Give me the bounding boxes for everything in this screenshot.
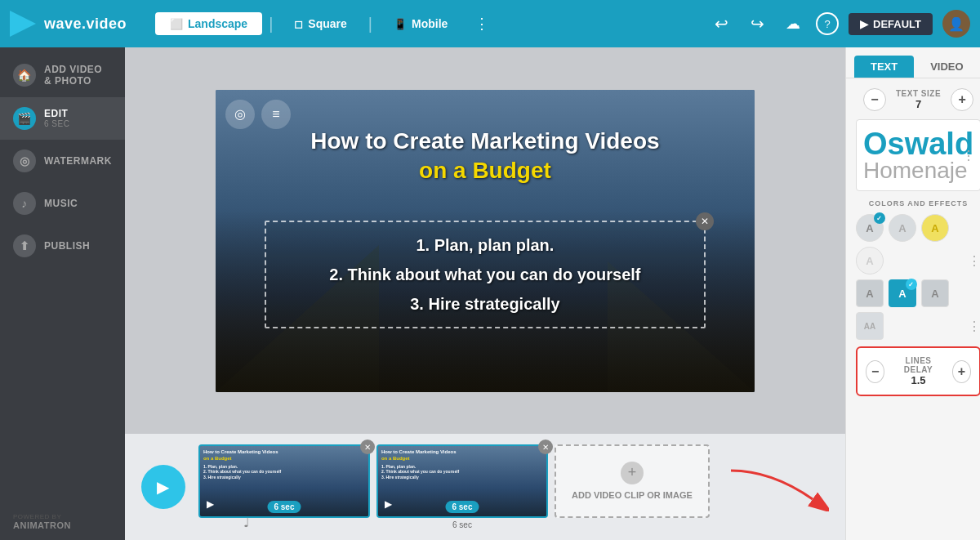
sidebar-item-publish[interactable]: ⬆ PUBLISH — [0, 225, 125, 267]
tab-separator: | — [269, 15, 273, 33]
sidebar-edit-label: EDIT 6 sec — [44, 108, 69, 129]
logo-area: wave.video — [10, 11, 149, 37]
lines-delay-minus[interactable]: − — [866, 360, 884, 383]
canvas-container: ◎ ≡ How to Create Marketing Videos on a … — [125, 47, 845, 434]
default-button[interactable]: ▶ DEFAULT — [849, 13, 933, 35]
clip-item-2[interactable]: How to Create Marketing Videos on a Budg… — [376, 444, 548, 529]
powered-by-text: POWERED BY — [13, 513, 112, 520]
sidebar-item-watermark[interactable]: ◎ WATERMARK — [0, 140, 125, 182]
font-oswald: Oswald — [863, 128, 973, 159]
undo-button[interactable]: ↩ — [708, 11, 734, 37]
canvas-layers-button[interactable]: ≡ — [261, 100, 291, 129]
swatch-check-1: ✓ — [874, 212, 885, 224]
font-names: Oswald Homenaje — [863, 128, 973, 182]
color-swatch-1[interactable]: A ✓ — [856, 214, 884, 242]
canvas-list-item1: 1. Plan, plan plan. — [274, 230, 696, 260]
font-more-button[interactable]: ⋮ — [962, 148, 975, 163]
tab-landscape[interactable]: ⬜ Landscape — [155, 12, 262, 35]
mobile-icon: 📱 — [394, 18, 407, 30]
tab-landscape-label: Landscape — [188, 17, 247, 30]
redo-button[interactable]: ↪ — [744, 11, 770, 37]
text-size-minus[interactable]: − — [863, 88, 886, 111]
text-size-value: 7 — [896, 98, 941, 110]
video-canvas[interactable]: ◎ ≡ How to Create Marketing Videos on a … — [216, 90, 755, 392]
play-button[interactable]: ▶ — [141, 465, 185, 509]
play-default-icon: ▶ — [860, 18, 868, 30]
sidebar-footer: POWERED BY ANIMATRON — [0, 503, 125, 540]
sidebar: 🏠 ADD VIDEO & PHOTO 🎬 EDIT 6 sec ◎ WATER… — [0, 47, 125, 540]
text-box-close[interactable]: ✕ — [696, 212, 714, 230]
add-icon: + — [621, 462, 644, 484]
canvas-list: 1. Plan, plan plan. 2. Think about what … — [274, 230, 696, 319]
color-swatch-8[interactable]: AA — [856, 312, 884, 340]
clip-remove-btn-2[interactable]: ✕ — [538, 440, 553, 454]
text-size-control: − TEXT SIZE 7 + — [856, 88, 980, 111]
color-swatch-7[interactable]: A — [921, 279, 949, 307]
landscape-icon: ⬜ — [170, 18, 183, 30]
clip-thumbnail-2: How to Create Marketing Videos on a Budg… — [376, 444, 548, 518]
sidebar-item-add-video[interactable]: 🏠 ADD VIDEO & PHOTO — [0, 54, 125, 97]
tab-video[interactable]: VIDEO — [914, 56, 979, 78]
square-icon: ◻ — [294, 18, 303, 30]
tab-mobile[interactable]: 📱 Mobile — [379, 12, 462, 35]
sidebar-item-music[interactable]: ♪ MUSIC — [0, 182, 125, 225]
canvas-list-item3: 3. Hire strategically — [274, 289, 696, 319]
music-note-icon: ♩ — [243, 515, 250, 530]
color-swatch-3[interactable]: A — [921, 214, 949, 242]
tab-square-label: Square — [308, 17, 346, 30]
red-arrow — [723, 462, 829, 511]
color-swatch-6[interactable]: A ✓ — [889, 279, 916, 307]
panel-tabs: TEXT VIDEO — [846, 47, 980, 78]
colors-effects-label: COLORS AND EFFECTS — [856, 199, 980, 208]
panel-body: − TEXT SIZE 7 + Oswald Homenaje ⋮ COLORS… — [846, 78, 980, 540]
swatch-row1-more[interactable]: ⋮ — [968, 253, 980, 269]
text-size-label-group: TEXT SIZE 7 — [896, 89, 941, 110]
timeline: ▶ How to Create Marketing Videos on a Bu… — [125, 434, 845, 540]
color-swatch-4[interactable]: A — [856, 247, 884, 274]
sidebar-add-video-label: ADD VIDEO & PHOTO — [44, 64, 102, 87]
arrow-container — [723, 462, 829, 511]
more-options-btn[interactable]: ⋮ — [469, 11, 495, 37]
music-icon: ♪ — [13, 192, 36, 215]
clip-remove-btn-1[interactable]: ✕ — [360, 440, 375, 454]
animatron-logo: ANIMATRON — [13, 520, 112, 530]
lines-delay-label-group: LINES DELAY 1.5 — [894, 356, 942, 386]
font-homenaje: Homenaje — [863, 159, 973, 182]
color-row-2: A A ✓ A AA ⋮ — [856, 279, 980, 340]
color-swatch-5[interactable]: A — [856, 279, 884, 307]
tab-text[interactable]: TEXT — [854, 56, 914, 78]
clip-play-icon: ▶ — [207, 498, 214, 510]
color-swatch-2[interactable]: A — [889, 214, 916, 242]
sidebar-item-edit[interactable]: 🎬 EDIT 6 sec — [0, 97, 125, 140]
clip-container: How to Create Marketing Videos on a Budg… — [198, 444, 710, 529]
tab-square[interactable]: ◻ Square — [279, 12, 361, 35]
clip-thumbnail-1: How to Create Marketing Videos on a Budg… — [198, 444, 370, 518]
add-clip-label: ADD VIDEO CLIP OR IMAGE — [572, 489, 693, 501]
logo-text: wave.video — [44, 16, 127, 33]
main-layout: 🏠 ADD VIDEO & PHOTO 🎬 EDIT 6 sec ◎ WATER… — [0, 47, 980, 540]
sidebar-music-label: MUSIC — [44, 198, 78, 209]
canvas-title: How to Create Marketing Videos on a Budg… — [216, 127, 755, 186]
watermark-icon: ◎ — [13, 150, 36, 172]
lines-delay-value: 1.5 — [894, 374, 942, 386]
font-preview[interactable]: Oswald Homenaje ⋮ — [856, 119, 980, 191]
canvas-media-button[interactable]: ◎ — [225, 100, 255, 129]
add-clip-button[interactable]: + ADD VIDEO CLIP OR IMAGE — [555, 444, 710, 518]
tab-mobile-label: Mobile — [412, 17, 448, 30]
home-icon: 🏠 — [13, 64, 36, 87]
clip-item-1[interactable]: How to Create Marketing Videos on a Budg… — [198, 444, 370, 518]
canvas-title-line1: How to Create Marketing Videos — [310, 128, 659, 154]
text-size-label: TEXT SIZE — [896, 89, 941, 98]
text-size-plus[interactable]: + — [951, 88, 973, 111]
swatch-check-6: ✓ — [906, 279, 917, 290]
lines-delay-control: − LINES DELAY 1.5 + — [866, 356, 971, 386]
lines-delay-plus[interactable]: + — [952, 360, 971, 383]
help-button[interactable]: ? — [816, 12, 839, 35]
lines-delay-box: − LINES DELAY 1.5 + — [856, 346, 980, 396]
cloud-save-button[interactable]: ☁ — [780, 11, 806, 37]
canvas-text-box[interactable]: ✕ 1. Plan, plan plan. 2. Think about wha… — [265, 221, 706, 328]
lines-delay-label: LINES DELAY — [894, 356, 942, 374]
clip-duration-1: 6 sec — [267, 501, 301, 513]
canvas-list-item2: 2. Think about what you can do yourself — [274, 260, 696, 289]
swatch-row2-more[interactable]: ⋮ — [968, 319, 980, 334]
